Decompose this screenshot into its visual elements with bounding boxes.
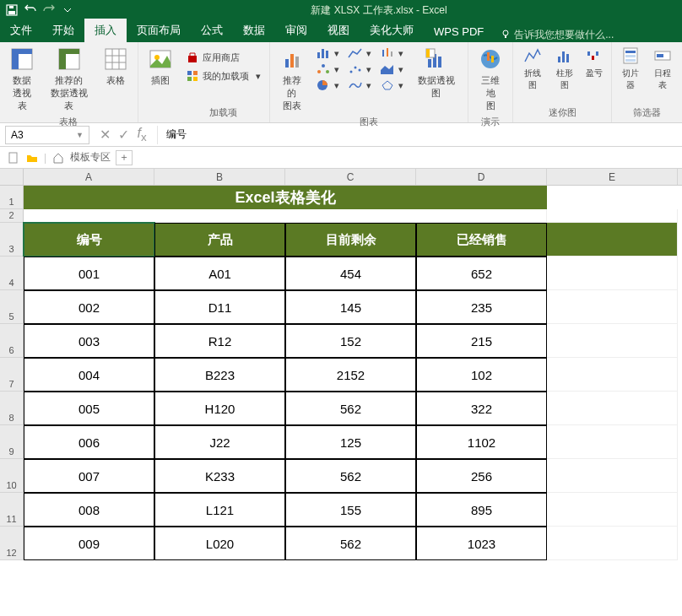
cell-C4[interactable]: 454 — [285, 257, 416, 290]
cell-C7[interactable]: 2152 — [285, 358, 416, 392]
cell-D11[interactable]: 895 — [416, 493, 547, 527]
cell-C11[interactable]: 155 — [285, 493, 416, 527]
chart-scatter-icon[interactable]: ▾ — [344, 62, 375, 77]
cell-A8[interactable]: 005 — [24, 392, 154, 425]
cell-E5[interactable] — [547, 290, 678, 324]
cell-E4[interactable] — [547, 257, 678, 290]
cell-E10[interactable] — [547, 459, 678, 493]
cell-C5[interactable]: 145 — [285, 290, 416, 324]
cell-C3[interactable]: 目前剩余 — [285, 223, 416, 257]
merged-title-cell[interactable]: Excel表格美化 — [24, 186, 547, 209]
cell-C8[interactable]: 562 — [285, 392, 416, 425]
cell-B5[interactable]: D11 — [154, 290, 285, 324]
tab-wpspdf[interactable]: WPS PDF — [424, 21, 494, 42]
tab-review[interactable]: 审阅 — [275, 19, 317, 42]
chart-column-icon[interactable]: ▾ — [312, 46, 343, 61]
timeline-button[interactable]: 日程表 — [648, 44, 677, 93]
chart-line-icon[interactable]: ▾ — [344, 46, 375, 61]
tab-data[interactable]: 数据 — [233, 19, 275, 42]
spreadsheet-grid[interactable]: A B C D E 1 Excel表格美化 2 3 编号 产品 目前剩余 已经销… — [0, 169, 682, 560]
cell-D9[interactable]: 1102 — [416, 425, 547, 459]
template-tab[interactable]: 模板专区 — [70, 150, 111, 165]
cell-A5[interactable]: 002 — [24, 290, 154, 324]
cell-D5[interactable]: 235 — [416, 290, 547, 324]
cell-D7[interactable]: 102 — [416, 358, 547, 392]
tab-insert[interactable]: 插入 — [84, 19, 127, 42]
cell-C9[interactable]: 125 — [285, 425, 416, 459]
cell-D6[interactable]: 215 — [416, 324, 547, 358]
cell-B12[interactable]: L020 — [154, 527, 285, 560]
table-button[interactable]: 表格 — [99, 44, 133, 89]
illustrations-button[interactable]: 插图 — [143, 44, 177, 89]
folder-icon[interactable] — [25, 151, 39, 165]
cell-D12[interactable]: 1023 — [416, 527, 547, 560]
row-header-6[interactable]: 6 — [0, 324, 24, 358]
row-header-11[interactable]: 11 — [0, 493, 24, 527]
pivot-table-button[interactable]: 数据 透视表 — [5, 44, 40, 114]
row-header-8[interactable]: 8 — [0, 392, 24, 425]
tab-formulas[interactable]: 公式 — [191, 19, 233, 42]
cell-E7[interactable] — [547, 358, 678, 392]
cell-E8[interactable] — [547, 392, 678, 425]
row-header-9[interactable]: 9 — [0, 425, 24, 459]
tab-view[interactable]: 视图 — [317, 19, 360, 42]
chart-radar-icon[interactable]: ▾ — [376, 78, 407, 93]
cell-C10[interactable]: 562 — [285, 459, 416, 493]
spark-column-button[interactable]: 柱形图 — [550, 44, 579, 93]
redo-icon[interactable] — [41, 2, 57, 19]
cell-E9[interactable] — [547, 425, 678, 459]
chart-pie-icon[interactable]: ▾ — [312, 78, 343, 93]
chart-stock-icon[interactable]: ▾ — [376, 46, 407, 61]
col-header-E[interactable]: E — [547, 169, 678, 185]
cell-D4[interactable]: 652 — [416, 257, 547, 290]
row-header-2[interactable]: 2 — [0, 209, 24, 223]
cell-A6[interactable]: 003 — [24, 324, 154, 358]
row-header-12[interactable]: 12 — [0, 527, 24, 560]
file-icon[interactable] — [7, 151, 20, 165]
cell-E1[interactable] — [547, 186, 678, 209]
chart-surface-icon[interactable]: ▾ — [344, 78, 375, 93]
cell-A4[interactable]: 001 — [24, 257, 154, 290]
chart-area-icon[interactable]: ▾ — [376, 62, 407, 77]
tell-me[interactable]: 告诉我您想要做什么... — [494, 28, 620, 42]
cell-A7[interactable]: 004 — [24, 358, 154, 392]
rec-pivot-button[interactable]: 推荐的 数据透视表 — [43, 44, 95, 114]
cell-D3[interactable]: 已经销售 — [416, 223, 547, 257]
row-header-1[interactable]: 1 — [0, 186, 24, 209]
rec-charts-button[interactable]: 推荐的 图表 — [275, 44, 309, 114]
cell-B7[interactable]: B223 — [154, 358, 285, 392]
store-button[interactable]: 应用商店 — [182, 49, 264, 66]
undo-icon[interactable] — [22, 2, 39, 19]
select-all-corner[interactable] — [0, 169, 24, 185]
cell-B6[interactable]: R12 — [154, 324, 285, 358]
tab-beautify[interactable]: 美化大师 — [360, 19, 424, 42]
row-header-3[interactable]: 3 — [0, 223, 24, 257]
cell-B8[interactable]: H120 — [154, 392, 285, 425]
slicer-button[interactable]: 切片器 — [617, 44, 646, 93]
cell-B4[interactable]: A01 — [154, 257, 285, 290]
cell-C6[interactable]: 152 — [285, 324, 416, 358]
col-header-C[interactable]: C — [285, 169, 416, 185]
chart-hier-icon[interactable]: ▾ — [312, 62, 343, 77]
fx-icon[interactable]: fx — [135, 126, 149, 143]
row-header-10[interactable]: 10 — [0, 459, 24, 493]
cell-A10[interactable]: 007 — [24, 459, 154, 493]
cell-A9[interactable]: 006 — [24, 425, 154, 459]
tab-home[interactable]: 开始 — [42, 19, 84, 42]
cell-E12[interactable] — [547, 527, 678, 560]
row-header-5[interactable]: 5 — [0, 290, 24, 324]
row-header-7[interactable]: 7 — [0, 358, 24, 392]
spark-line-button[interactable]: 折线图 — [518, 44, 547, 93]
cell-E2[interactable] — [547, 209, 678, 223]
qat-dropdown-icon[interactable] — [59, 2, 76, 19]
save-icon[interactable] — [3, 2, 20, 19]
cell-D10[interactable]: 256 — [416, 459, 547, 493]
cell-D8[interactable]: 322 — [416, 392, 547, 425]
col-header-D[interactable]: D — [416, 169, 547, 185]
row-header-4[interactable]: 4 — [0, 257, 24, 290]
cell-A3[interactable]: 编号 — [24, 223, 154, 257]
cell-E3[interactable] — [547, 223, 678, 257]
tab-pagelayout[interactable]: 页面布局 — [127, 19, 191, 42]
pivot-chart-button[interactable]: 数据透视图 — [410, 44, 463, 101]
cell-E11[interactable] — [547, 493, 678, 527]
